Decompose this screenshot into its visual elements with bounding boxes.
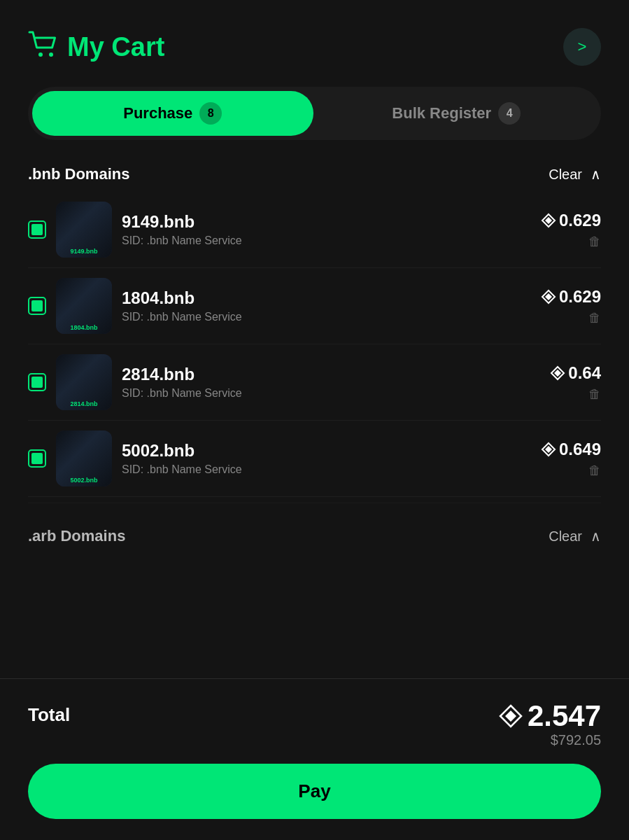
header-arrow-button[interactable]: > [563,28,601,66]
tab-purchase-label: Purchase [123,104,192,122]
cart-icon [28,31,57,64]
arb-section-title: .arb Domains [28,527,125,545]
header: My Cart > [0,0,629,80]
domain-price-1804: 0.629 [541,287,601,307]
price-col-5002: 0.649 🗑 [541,440,601,478]
price-value-1804: 0.629 [559,287,601,307]
arb-clear-button[interactable]: Clear [549,528,582,545]
thumbnail-2814: 2814.bnb [56,354,112,410]
domain-item-2814: 2814.bnb 2814.bnb SID: .bnb Name Service… [28,344,601,421]
checkbox-9149[interactable] [28,220,46,239]
price-value-9149: 0.629 [559,211,601,230]
bnb-section-title: .bnb Domains [28,165,129,183]
page-title: My Cart [67,32,164,62]
price-col-1804: 0.629 🗑 [541,287,601,326]
main-divider [0,678,629,679]
svg-point-1 [49,52,53,57]
svg-marker-17 [545,293,552,300]
thumbnail-9149: 9149.bnb [56,202,112,258]
app-container: My Cart > Purchase 8 Bulk Register 4 .bn… [0,0,629,840]
domain-price-9149: 0.629 [541,211,601,230]
pay-button[interactable]: Pay [28,764,601,819]
svg-marker-35 [505,710,516,722]
total-bnb-value: 2.547 [528,700,601,732]
arb-section-partial: .arb Domains Clear ∧ [28,503,601,554]
bnb-section-actions: Clear ∧ [549,166,601,183]
checkbox-5002[interactable] [28,449,46,468]
thumbnail-label-5002: 5002.bnb [56,477,112,484]
domain-info-5002: 5002.bnb SID: .bnb Name Service [122,441,531,476]
price-value-5002: 0.649 [559,440,601,459]
price-col-2814: 0.64 🗑 [550,363,601,402]
bnb-clear-button[interactable]: Clear [549,167,582,183]
thumbnail-label-1804: 1804.bnb [56,324,112,331]
tab-bulk-register-badge: 4 [498,102,521,125]
tab-purchase[interactable]: Purchase 8 [32,91,313,136]
domain-sid-5002: SID: .bnb Name Service [122,463,531,476]
price-col-9149: 0.629 🗑 [541,211,601,249]
domain-info-9149: 9149.bnb SID: .bnb Name Service [122,212,531,247]
domain-item-9149: 9149.bnb 9149.bnb SID: .bnb Name Service… [28,192,601,268]
thumbnail-label-9149: 9149.bnb [56,248,112,255]
domain-name-9149: 9149.bnb [122,212,531,232]
domain-sid-1804: SID: .bnb Name Service [122,311,531,323]
domain-item-1804: 1804.bnb 1804.bnb SID: .bnb Name Service… [28,268,601,344]
arb-section-actions: Clear ∧ [549,528,601,545]
thumbnail-1804: 1804.bnb [56,278,112,334]
domain-price-2814: 0.64 [550,363,601,383]
domain-info-2814: 2814.bnb SID: .bnb Name Service [122,365,540,400]
domain-price-5002: 0.649 [541,440,601,459]
bnb-section-header: .bnb Domains Clear ∧ [28,154,601,192]
checkbox-2814[interactable] [28,373,46,391]
total-amount: 2.547 $792.05 [498,700,601,748]
header-left: My Cart [28,31,164,64]
footer: Total 2.547 $792.05 Pay [0,686,629,840]
delete-icon-1804[interactable]: 🗑 [588,311,601,326]
checkbox-1804[interactable] [28,297,46,315]
checkbox-check-9149 [31,224,43,235]
checkbox-check-2814 [31,377,43,388]
domain-name-5002: 5002.bnb [122,441,531,461]
domain-sid-2814: SID: .bnb Name Service [122,387,540,400]
price-value-2814: 0.64 [568,363,601,383]
arb-section-header: .arb Domains Clear ∧ [28,516,601,554]
tab-purchase-badge: 8 [199,102,222,125]
scroll-area: .bnb Domains Clear ∧ [0,154,629,671]
tab-bulk-register[interactable]: Bulk Register 4 [316,91,598,136]
total-bnb: 2.547 [498,700,601,732]
delete-icon-2814[interactable]: 🗑 [588,387,601,402]
svg-marker-9 [545,217,552,224]
delete-icon-5002[interactable]: 🗑 [588,463,601,478]
domain-name-2814: 2814.bnb [122,365,540,384]
domain-name-1804: 1804.bnb [122,288,531,308]
tab-bulk-register-label: Bulk Register [392,104,491,122]
total-label: Total [28,700,70,726]
svg-marker-33 [545,446,552,453]
checkbox-check-1804 [31,300,43,312]
total-row: Total 2.547 $792.05 [28,700,601,748]
svg-marker-25 [554,370,561,377]
domain-info-1804: 1804.bnb SID: .bnb Name Service [122,288,531,323]
delete-icon-9149[interactable]: 🗑 [588,234,601,249]
bnb-diamond-large [498,704,523,729]
arrow-right-icon: > [578,38,587,56]
bnb-collapse-icon[interactable]: ∧ [591,166,601,183]
svg-point-0 [38,52,43,57]
checkbox-check-5002 [31,453,43,464]
domain-item-5002: 5002.bnb 5002.bnb SID: .bnb Name Service… [28,421,601,497]
total-usd: $792.05 [551,732,601,748]
domain-sid-9149: SID: .bnb Name Service [122,234,531,247]
arb-collapse-icon[interactable]: ∧ [591,528,601,545]
tabs-container: Purchase 8 Bulk Register 4 [28,87,601,140]
thumbnail-label-2814: 2814.bnb [56,400,112,407]
thumbnail-5002: 5002.bnb [56,430,112,486]
